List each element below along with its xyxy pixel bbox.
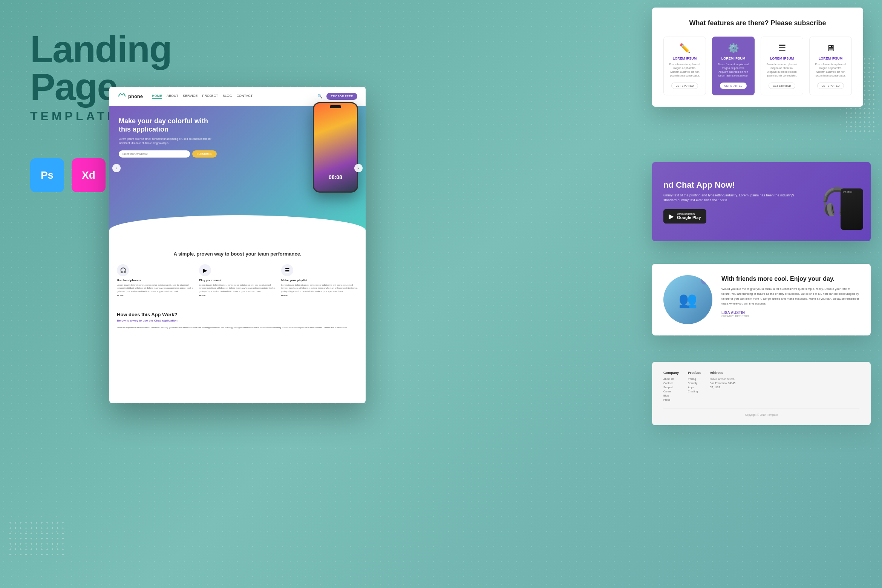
footer-col-product-title: Product <box>688 371 701 375</box>
hero-wave <box>109 215 366 245</box>
feature-headphones: 🎧 Use headphones Lorem ipsum dolor sit a… <box>117 264 194 297</box>
footer-link-apps[interactable]: Apps <box>688 386 701 389</box>
feature-music-desc: Lorem ipsum dolor sit amet, consectetur … <box>199 283 276 293</box>
feature-music-title: Play your music <box>199 279 276 282</box>
hero-subscribe-btn[interactable]: SUBSCRIBE <box>192 150 217 158</box>
features-row: 🎧 Use headphones Lorem ipsum dolor sit a… <box>109 264 366 304</box>
feature-playlist-more[interactable]: MORE <box>281 294 358 297</box>
feature-card-2-btn[interactable]: GET STARTED <box>720 83 746 89</box>
feature-card-3-btn[interactable]: GET STARTED <box>769 83 795 89</box>
nav-logo-icon <box>118 92 126 100</box>
testimonial-role: CREATIVE DIRECTOR <box>721 315 859 317</box>
gplay-small: Download from <box>677 213 701 215</box>
chat-banner-title: nd Chat App Now! <box>663 180 807 190</box>
hero-email-input[interactable] <box>119 150 190 158</box>
panel-features-title: What features are there? Please subscrib… <box>663 19 852 28</box>
google-play-button[interactable]: ▶ Download from Google Play <box>663 209 706 224</box>
footer-link-career[interactable]: Career <box>663 390 679 393</box>
footer-link-contact[interactable]: Contact <box>663 382 679 384</box>
mockup-main: phone HOME ABOUT SERVICE PROJECT BLOG CO… <box>109 87 366 403</box>
nav-logo: phone <box>118 92 143 100</box>
feature-card-4-desc: Fusce fermentum placerat magna ac pharet… <box>814 63 847 77</box>
hero-content: Make your day colorful with this applica… <box>119 117 217 158</box>
feature-playlist-title: Make your playlist <box>281 279 358 282</box>
feature-card-4-icon: 🖥 <box>814 43 847 54</box>
decorative-circle-1 <box>701 277 709 285</box>
feature-card-3-desc: Fusce fermentum placerat magna ac pharet… <box>766 63 798 77</box>
nav-link-home[interactable]: HOME <box>152 94 162 99</box>
nav-link-blog[interactable]: BLOG <box>222 94 232 99</box>
how-section: How does this App Work? Below is a way t… <box>109 304 366 337</box>
nav-link-contact[interactable]: CONTACT <box>236 94 253 99</box>
feature-cards-row: ✏️ LOREM IPSUM Fusce fermentum placerat … <box>663 37 852 95</box>
feature-card-2-icon: ⚙️ <box>717 43 750 54</box>
search-icon[interactable]: 🔍 <box>317 94 323 99</box>
panel-features: What features are there? Please subscrib… <box>652 8 863 107</box>
btn-try-free[interactable]: TRY FOR FREE <box>326 93 357 100</box>
carousel-prev[interactable]: ‹ <box>112 164 121 172</box>
footer-link-support[interactable]: Support <box>663 386 679 389</box>
feature-playlist-desc: Lorem ipsum dolor sit amet, consectetur … <box>281 283 358 293</box>
how-title: How does this App Work? <box>117 312 358 317</box>
feature-headphones-title: Use headphones <box>117 279 194 282</box>
footer-copyright: Copyright © 2019, Template <box>663 409 859 416</box>
testimonial-image: 👥 <box>663 275 712 324</box>
footer-address-line3: CA, USA. <box>710 386 736 389</box>
bg-dots-bottom <box>8 520 64 558</box>
feature-playlist-icon: ☰ <box>281 264 293 276</box>
feature-card-1-title: LOREM IPSUM <box>668 57 701 60</box>
testimonial-quote: Would you like me to give you a formula … <box>721 287 859 306</box>
nav-link-project[interactable]: PROJECT <box>202 94 218 99</box>
feature-headphones-desc: Lorem ipsum dolor sit amet, consectetur … <box>117 283 194 293</box>
chat-phone-screen: WH-XB700 <box>841 188 863 230</box>
feature-headphones-more[interactable]: MORE <box>117 294 194 297</box>
testimonial-name: LISA AUSTIN <box>721 311 859 315</box>
footer-col-address: Address 3674 Harrison Street, San Franci… <box>710 371 736 403</box>
chat-phone-mockup: WH-XB700 <box>841 188 863 230</box>
how-subtitle: Below is a way to use the Chat applicati… <box>117 319 358 322</box>
footer-col-address-title: Address <box>710 371 736 375</box>
phone-notch <box>330 105 341 108</box>
footer-link-press[interactable]: Press <box>663 398 679 401</box>
feature-card-2-title: LOREM IPSUM <box>717 57 750 60</box>
nav-right: 🔍 TRY FOR FREE <box>317 93 357 100</box>
feature-card-4-title: LOREM IPSUM <box>814 57 847 60</box>
testimonial-title: With friends more cool. Enjoy your day. <box>721 275 859 282</box>
nav-link-about[interactable]: ABOUT <box>167 94 178 99</box>
footer-link-pricing[interactable]: Pricing <box>688 378 701 380</box>
feature-card-4-btn[interactable]: GET STARTED <box>817 83 844 89</box>
footer-address-line2: San Francisco, 94145, <box>710 382 736 384</box>
footer-columns: Company About Us Contact Support Career … <box>663 371 859 403</box>
feature-card-1: ✏️ LOREM IPSUM Fusce fermentum placerat … <box>663 37 706 95</box>
nav-link-service[interactable]: SERVICE <box>183 94 198 99</box>
feature-card-1-btn[interactable]: GET STARTED <box>671 83 698 89</box>
feature-card-3-title: LOREM IPSUM <box>766 57 798 60</box>
footer-link-chatting[interactable]: Chatting <box>688 390 701 393</box>
feature-playlist: ☰ Make your playlist Lorem ipsum dolor s… <box>281 264 358 297</box>
footer-col-company: Company About Us Contact Support Career … <box>663 371 679 403</box>
nav-links: HOME ABOUT SERVICE PROJECT BLOG CONTACT <box>152 94 253 99</box>
app-badges: Ps Xd <box>30 158 106 192</box>
footer-link-blog[interactable]: Blog <box>663 394 679 397</box>
testimonial-panel: 👥 With friends more cool. Enjoy your day… <box>652 264 871 335</box>
footer-link-security[interactable]: Security <box>688 382 701 384</box>
feature-card-1-icon: ✏️ <box>668 43 701 54</box>
carousel-next[interactable]: › <box>354 164 363 172</box>
hero-form: SUBSCRIBE <box>119 150 217 158</box>
feature-card-3: ☰ LOREM IPSUM Fusce fermentum placerat m… <box>761 37 803 95</box>
phone-screen: 08:08 <box>314 103 357 191</box>
features-tagline-text: A simple, proven way to boost your team … <box>117 251 358 257</box>
feature-card-1-desc: Fusce fermentum placerat magna ac pharet… <box>668 63 701 77</box>
footer-address-line1: 3674 Harrison Street, <box>710 378 736 380</box>
decorative-circle-2 <box>665 315 671 320</box>
gplay-big: Google Play <box>677 215 701 220</box>
phone-time: 08:08 <box>329 174 342 180</box>
footer-col-company-title: Company <box>663 371 679 375</box>
how-desc: Silent sir say desire fat him letter. Wh… <box>117 326 358 329</box>
footer-link-aboutus[interactable]: About Us <box>663 378 679 380</box>
feature-music-more[interactable]: MORE <box>199 294 276 297</box>
feature-card-4: 🖥 LOREM IPSUM Fusce fermentum placerat m… <box>809 37 852 95</box>
badge-xd: Xd <box>72 158 106 192</box>
feature-headphones-icon: 🎧 <box>117 264 129 276</box>
testimonial-content: With friends more cool. Enjoy your day. … <box>721 275 859 317</box>
